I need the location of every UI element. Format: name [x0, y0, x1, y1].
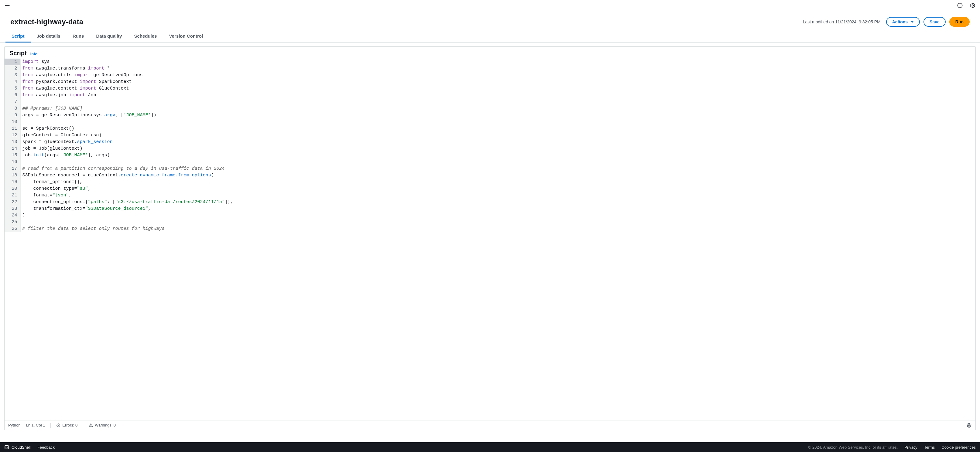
top-icon-bar: [0, 0, 980, 11]
code-line: 20 connection_type="s3",: [5, 186, 975, 192]
svg-point-7: [972, 5, 974, 6]
code-line: 14job = Job(glueContext): [5, 145, 975, 152]
status-cursor: Ln 1, Col 1: [26, 423, 45, 427]
svg-point-14: [969, 424, 970, 426]
run-button[interactable]: Run: [949, 17, 970, 27]
code-line: 15job.init(args['JOB_NAME'], args): [5, 152, 975, 159]
tab-runs[interactable]: Runs: [67, 30, 90, 43]
code-line: 24): [5, 212, 975, 219]
last-modified: Last modified on 11/21/2024, 9:32:05 PM: [803, 19, 881, 24]
editor-statusbar: Python Ln 1, Col 1 Errors: 0 Warnings: 0: [5, 420, 975, 430]
save-button[interactable]: Save: [923, 17, 946, 27]
code-content[interactable]: from awsglue.transforms import *: [21, 65, 975, 72]
gear-icon[interactable]: [966, 423, 972, 428]
script-panel: Script Info 1import sys2from awsglue.tra…: [4, 46, 976, 430]
tab-bar: Script Job details Runs Data quality Sch…: [0, 30, 980, 43]
code-content[interactable]: from awsglue.context import GlueContext: [21, 85, 975, 92]
code-line: 12glueContext = GlueContext(sc): [5, 132, 975, 139]
line-number: 7: [5, 99, 21, 105]
tab-schedules[interactable]: Schedules: [128, 30, 163, 43]
line-number: 24: [5, 212, 21, 219]
info-link[interactable]: Info: [30, 52, 38, 56]
line-number: 4: [5, 79, 21, 85]
bottom-bar: CloudShell Feedback © 2024, Amazon Web S…: [0, 442, 980, 452]
line-number: 13: [5, 139, 21, 145]
code-content[interactable]: format_options={},: [21, 179, 975, 186]
line-number: 3: [5, 72, 21, 79]
code-content[interactable]: [21, 159, 975, 165]
tab-script[interactable]: Script: [5, 30, 31, 43]
line-number: 25: [5, 219, 21, 225]
status-warnings: Warnings: 0: [89, 423, 116, 427]
code-content[interactable]: # read from a partition corresponding to…: [21, 165, 975, 172]
code-line: 16: [5, 159, 975, 165]
code-table: 1import sys2from awsglue.transforms impo…: [5, 59, 975, 232]
code-line: 7: [5, 99, 975, 105]
code-content[interactable]: from awsglue.job import Job: [21, 92, 975, 99]
line-number: 19: [5, 179, 21, 186]
line-number: 21: [5, 192, 21, 199]
line-number: 14: [5, 145, 21, 152]
code-line: 13spark = glueContext.spark_session: [5, 139, 975, 145]
tab-data-quality[interactable]: Data quality: [90, 30, 128, 43]
line-number: 11: [5, 125, 21, 132]
code-content[interactable]: transformation_ctx="S3DataSource_dsource…: [21, 206, 975, 212]
actions-button[interactable]: Actions: [886, 17, 920, 27]
line-number: 10: [5, 119, 21, 125]
code-line: 19 format_options={},: [5, 179, 975, 186]
feedback-link[interactable]: Feedback: [37, 445, 55, 450]
tab-version-control[interactable]: Version Control: [163, 30, 209, 43]
line-number: 1: [5, 59, 21, 65]
terminal-icon: [4, 445, 9, 450]
code-content[interactable]: from pyspark.context import SparkContext: [21, 79, 975, 85]
copyright: © 2024, Amazon Web Services, Inc. or its…: [808, 445, 898, 450]
code-content[interactable]: [21, 99, 975, 105]
code-content[interactable]: ## @params: [JOB_NAME]: [21, 105, 975, 112]
error-icon: [56, 423, 60, 427]
panel-title: Script: [10, 50, 27, 57]
code-content[interactable]: import sys: [21, 59, 975, 65]
line-number: 8: [5, 105, 21, 112]
terms-link[interactable]: Terms: [924, 445, 935, 450]
code-content[interactable]: [21, 119, 975, 125]
code-content[interactable]: format="json",: [21, 192, 975, 199]
tab-job-details[interactable]: Job details: [31, 30, 67, 43]
hamburger-icon[interactable]: [4, 2, 10, 8]
line-number: 5: [5, 85, 21, 92]
code-line: 8## @params: [JOB_NAME]: [5, 105, 975, 112]
code-content[interactable]: from awsglue.utils import getResolvedOpt…: [21, 72, 975, 79]
actions-button-label: Actions: [892, 19, 908, 24]
cookies-link[interactable]: Cookie preferences: [942, 445, 976, 450]
code-line: 23 transformation_ctx="S3DataSource_dsou…: [5, 206, 975, 212]
code-content[interactable]: args = getResolvedOptions(sys.argv, ['JO…: [21, 112, 975, 119]
code-line: 21 format="json",: [5, 192, 975, 199]
code-content[interactable]: connection_options={"paths": ["s3://usa-…: [21, 199, 975, 206]
line-number: 12: [5, 132, 21, 139]
code-content[interactable]: connection_type="s3",: [21, 186, 975, 192]
settings-hex-icon[interactable]: [970, 2, 976, 8]
cloudshell-button[interactable]: CloudShell: [4, 445, 31, 450]
code-content[interactable]: ): [21, 212, 975, 219]
help-icon[interactable]: [957, 2, 963, 8]
code-content[interactable]: sc = SparkContext(): [21, 125, 975, 132]
line-number: 22: [5, 199, 21, 206]
status-errors: Errors: 0: [56, 423, 78, 427]
code-line: 10: [5, 119, 975, 125]
line-number: 2: [5, 65, 21, 72]
privacy-link[interactable]: Privacy: [904, 445, 918, 450]
warning-icon: [89, 423, 93, 427]
code-line: 18S3DataSource_dsource1 = glueContext.cr…: [5, 172, 975, 179]
code-content[interactable]: spark = glueContext.spark_session: [21, 139, 975, 145]
code-content[interactable]: glueContext = GlueContext(sc): [21, 132, 975, 139]
code-content[interactable]: # filter the data to select only routes …: [21, 225, 975, 232]
line-number: 15: [5, 152, 21, 159]
code-line: 6from awsglue.job import Job: [5, 92, 975, 99]
code-line: 2from awsglue.transforms import *: [5, 65, 975, 72]
code-content[interactable]: [21, 219, 975, 225]
chevron-down-icon: [911, 21, 914, 23]
code-line: 22 connection_options={"paths": ["s3://u…: [5, 199, 975, 206]
code-editor[interactable]: 1import sys2from awsglue.transforms impo…: [5, 59, 975, 420]
code-content[interactable]: S3DataSource_dsource1 = glueContext.crea…: [21, 172, 975, 179]
code-content[interactable]: job.init(args['JOB_NAME'], args): [21, 152, 975, 159]
code-content[interactable]: job = Job(glueContext): [21, 145, 975, 152]
